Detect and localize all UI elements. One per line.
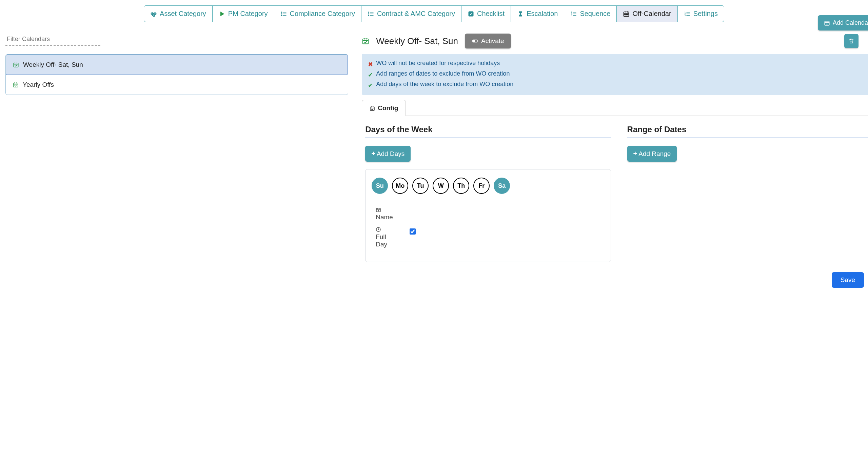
svg-point-9 xyxy=(368,12,369,13)
svg-rect-54 xyxy=(370,107,374,110)
add-days-button[interactable]: +Add Days xyxy=(365,146,411,162)
save-button[interactable]: Save xyxy=(832,272,864,288)
tab-label: Settings xyxy=(693,10,718,18)
calendar-check-icon xyxy=(370,105,375,111)
add-calendar-label: Add Calendar xyxy=(833,19,868,26)
tab-label: Escalation xyxy=(527,10,558,18)
clock-icon xyxy=(376,226,381,232)
activate-label: Activate xyxy=(481,37,504,45)
day-toggle-su[interactable]: Su xyxy=(372,178,388,194)
calendar-plus-icon xyxy=(824,20,830,26)
tab-checklist[interactable]: Checklist xyxy=(461,6,511,22)
svg-point-3 xyxy=(281,12,282,13)
activate-button[interactable]: Activate xyxy=(465,34,511,48)
info-text: Add ranges of dates to exclude from WO c… xyxy=(376,69,510,78)
day-circles: SuMoTuWThFrSa xyxy=(372,178,604,194)
calendar-list: Weekly Off- Sat, Sun Yearly Offs xyxy=(5,54,348,95)
full-day-field-label: Full Day xyxy=(376,226,389,248)
list-icon xyxy=(368,11,374,17)
day-toggle-tu[interactable]: Tu xyxy=(412,178,429,194)
name-label-text: Name xyxy=(376,214,393,221)
day-toggle-mo[interactable]: Mo xyxy=(392,178,408,194)
list-ol-icon: 123 xyxy=(684,11,691,17)
check-icon: ✔ xyxy=(368,70,373,80)
calendar-icon xyxy=(623,11,630,17)
full-day-label-text: Full Day xyxy=(376,233,389,248)
svg-rect-12 xyxy=(468,11,473,16)
info-line: ✔ Add days of the week to exclude from W… xyxy=(368,80,868,90)
calendar-item[interactable]: Yearly Offs xyxy=(6,75,348,95)
tab-config[interactable]: Config xyxy=(362,100,406,116)
days-section: Days of the Week +Add Days SuMoTuWThFrSa… xyxy=(365,125,611,262)
svg-rect-46 xyxy=(363,39,369,44)
top-tabs: Asset Category PM Category Compliance Ca… xyxy=(144,5,724,22)
add-range-label: Add Range xyxy=(638,150,671,158)
full-day-checkbox[interactable] xyxy=(410,228,416,235)
tab-label: Checklist xyxy=(477,10,505,18)
day-toggle-th[interactable]: Th xyxy=(453,178,469,194)
add-range-button[interactable]: +Add Range xyxy=(627,146,677,162)
tab-label: Contract & AMC Category xyxy=(377,10,455,18)
x-icon: ✖ xyxy=(368,60,373,69)
svg-rect-32 xyxy=(14,63,18,67)
tab-label: Sequence xyxy=(580,10,610,18)
info-box: ✖ WO will not be created for respective … xyxy=(362,54,868,95)
svg-point-5 xyxy=(281,15,282,16)
trash-icon xyxy=(848,38,854,44)
list-icon xyxy=(280,11,287,17)
delete-button[interactable] xyxy=(844,34,859,48)
day-card: SuMoTuWThFrSa Name xyxy=(365,169,611,262)
info-line: ✖ WO will not be created for respective … xyxy=(368,59,868,69)
cubes-icon xyxy=(150,11,157,17)
tab-label: PM Category xyxy=(228,10,268,18)
tab-escalation[interactable]: Escalation xyxy=(511,6,564,22)
day-toggle-fr[interactable]: Fr xyxy=(473,178,490,194)
calendar-check-icon xyxy=(362,37,369,45)
plus-icon: + xyxy=(633,150,637,158)
svg-rect-24 xyxy=(626,14,627,15)
tab-compliance-category[interactable]: Compliance Category xyxy=(274,6,361,22)
svg-point-10 xyxy=(368,14,369,14)
info-text: Add days of the week to exclude from WO … xyxy=(376,80,513,89)
calendar-check-icon xyxy=(13,82,19,88)
tab-sequence[interactable]: 123 Sequence xyxy=(564,6,617,22)
calendar-check-icon xyxy=(13,62,19,68)
range-section-title: Range of Dates xyxy=(627,125,868,138)
check-icon: ✔ xyxy=(368,81,373,90)
hourglass-icon xyxy=(517,11,524,17)
tab-label: Off-Calendar xyxy=(632,10,671,18)
svg-text:3: 3 xyxy=(571,14,572,16)
name-field-label: Name xyxy=(376,207,393,221)
svg-point-11 xyxy=(368,15,369,16)
tab-label: Asset Category xyxy=(160,10,206,18)
calendar-item[interactable]: Weekly Off- Sat, Sun xyxy=(6,55,348,75)
svg-point-4 xyxy=(281,14,282,14)
tab-contract-amc-category[interactable]: Contract & AMC Category xyxy=(361,6,461,22)
svg-rect-36 xyxy=(13,83,18,87)
filter-calendars-input[interactable] xyxy=(5,34,100,46)
range-section: Range of Dates +Add Range xyxy=(627,125,868,262)
day-toggle-w[interactable]: W xyxy=(433,178,449,194)
svg-point-51 xyxy=(473,40,475,42)
day-toggle-sa[interactable]: Sa xyxy=(494,178,510,194)
info-text: WO will not be created for respective ho… xyxy=(376,59,500,68)
add-days-label: Add Days xyxy=(377,150,405,158)
toggle-icon xyxy=(472,38,478,44)
svg-text:3: 3 xyxy=(684,14,685,16)
info-line: ✔ Add ranges of dates to exclude from WO… xyxy=(368,69,868,80)
svg-rect-23 xyxy=(625,14,626,15)
tab-off-calendar[interactable]: Off-Calendar xyxy=(617,6,677,22)
detail-header: Weekly Off- Sat, Sun Activate ✖ xyxy=(362,34,868,48)
svg-rect-25 xyxy=(628,14,629,15)
list-ol-icon: 123 xyxy=(570,11,577,17)
plus-icon: + xyxy=(371,150,375,158)
calendar-plus-icon xyxy=(376,207,381,212)
tab-pm-category[interactable]: PM Category xyxy=(213,6,274,22)
days-section-title: Days of the Week xyxy=(365,125,611,138)
checkbox-icon xyxy=(468,11,474,17)
tab-asset-category[interactable]: Asset Category xyxy=(144,6,213,22)
tab-settings[interactable]: 123 Settings xyxy=(678,6,724,22)
add-calendar-button[interactable]: Add Calendar xyxy=(818,15,868,31)
config-tabs: Config xyxy=(362,100,868,116)
play-icon xyxy=(219,11,225,17)
